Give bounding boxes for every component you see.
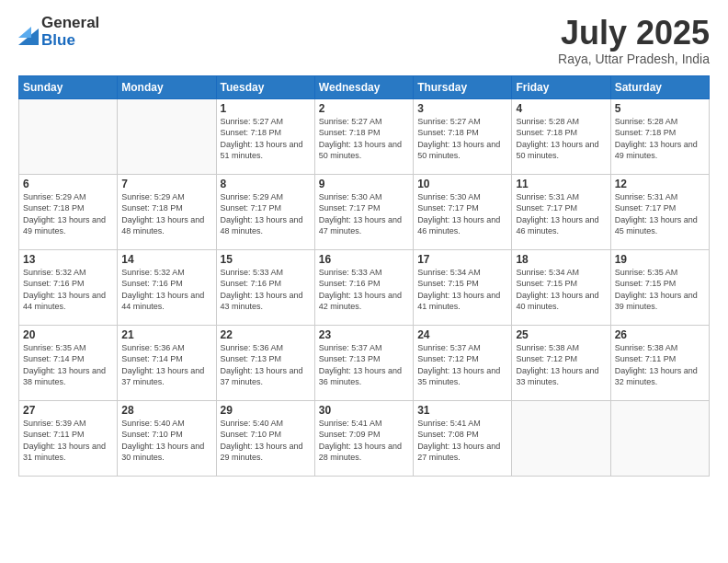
month-title: July 2025 (558, 15, 710, 52)
calendar-week-2: 6Sunrise: 5:29 AM Sunset: 7:18 PM Daylig… (19, 174, 710, 249)
calendar-week-1: 1Sunrise: 5:27 AM Sunset: 7:18 PM Daylig… (19, 98, 710, 174)
calendar-table: Sunday Monday Tuesday Wednesday Thursday… (18, 75, 710, 477)
header-thursday: Thursday (414, 75, 512, 98)
calendar-cell: 6Sunrise: 5:29 AM Sunset: 7:18 PM Daylig… (19, 174, 118, 249)
day-info: Sunrise: 5:40 AM Sunset: 7:10 PM Dayligh… (221, 418, 311, 464)
day-info: Sunrise: 5:31 AM Sunset: 7:17 PM Dayligh… (615, 191, 705, 237)
calendar-cell: 20Sunrise: 5:35 AM Sunset: 7:14 PM Dayli… (19, 325, 118, 400)
day-info: Sunrise: 5:27 AM Sunset: 7:18 PM Dayligh… (417, 116, 507, 162)
day-info: Sunrise: 5:39 AM Sunset: 7:11 PM Dayligh… (23, 418, 113, 464)
calendar-week-3: 13Sunrise: 5:32 AM Sunset: 7:16 PM Dayli… (19, 249, 710, 325)
header-sunday: Sunday (19, 75, 118, 98)
day-number: 15 (221, 253, 311, 266)
calendar-week-5: 27Sunrise: 5:39 AM Sunset: 7:11 PM Dayli… (19, 400, 710, 476)
calendar-cell: 27Sunrise: 5:39 AM Sunset: 7:11 PM Dayli… (19, 400, 118, 476)
day-number: 6 (23, 178, 113, 190)
day-number: 29 (221, 404, 311, 417)
day-number: 9 (319, 178, 409, 190)
day-info: Sunrise: 5:30 AM Sunset: 7:17 PM Dayligh… (319, 191, 409, 237)
location-subtitle: Raya, Uttar Pradesh, India (558, 52, 710, 66)
day-number: 13 (23, 253, 113, 266)
day-info: Sunrise: 5:31 AM Sunset: 7:17 PM Dayligh… (516, 191, 606, 237)
header-row: Sunday Monday Tuesday Wednesday Thursday… (19, 75, 710, 98)
day-number: 24 (417, 328, 507, 341)
day-number: 19 (615, 253, 705, 266)
day-info: Sunrise: 5:33 AM Sunset: 7:16 PM Dayligh… (319, 267, 409, 313)
day-info: Sunrise: 5:32 AM Sunset: 7:16 PM Dayligh… (23, 267, 113, 313)
day-number: 12 (615, 178, 705, 190)
logo-icon (18, 19, 39, 45)
logo-blue: Blue (41, 32, 99, 50)
logo-general: General (41, 15, 99, 32)
calendar-cell: 22Sunrise: 5:36 AM Sunset: 7:13 PM Dayli… (216, 325, 314, 400)
calendar-cell: 1Sunrise: 5:27 AM Sunset: 7:18 PM Daylig… (216, 98, 314, 174)
day-number: 28 (121, 404, 211, 417)
logo: General Blue (18, 15, 99, 49)
calendar-cell: 30Sunrise: 5:41 AM Sunset: 7:09 PM Dayli… (314, 400, 413, 476)
svg-marker-1 (18, 27, 31, 38)
day-info: Sunrise: 5:28 AM Sunset: 7:18 PM Dayligh… (615, 116, 705, 162)
calendar-cell: 29Sunrise: 5:40 AM Sunset: 7:10 PM Dayli… (216, 400, 314, 476)
calendar-cell: 18Sunrise: 5:34 AM Sunset: 7:15 PM Dayli… (512, 249, 610, 325)
day-number: 3 (417, 102, 507, 115)
day-number: 17 (417, 253, 507, 266)
day-info: Sunrise: 5:34 AM Sunset: 7:15 PM Dayligh… (516, 267, 606, 313)
calendar-cell: 13Sunrise: 5:32 AM Sunset: 7:16 PM Dayli… (19, 249, 118, 325)
calendar-cell: 16Sunrise: 5:33 AM Sunset: 7:16 PM Dayli… (314, 249, 413, 325)
day-number: 8 (221, 178, 311, 190)
day-info: Sunrise: 5:37 AM Sunset: 7:12 PM Dayligh… (417, 342, 507, 388)
calendar-cell: 5Sunrise: 5:28 AM Sunset: 7:18 PM Daylig… (610, 98, 709, 174)
calendar-cell: 10Sunrise: 5:30 AM Sunset: 7:17 PM Dayli… (414, 174, 512, 249)
day-number: 11 (516, 178, 606, 190)
day-info: Sunrise: 5:35 AM Sunset: 7:15 PM Dayligh… (615, 267, 705, 313)
calendar-page: General Blue July 2025 Raya, Uttar Prade… (0, 0, 728, 563)
day-info: Sunrise: 5:29 AM Sunset: 7:17 PM Dayligh… (221, 191, 311, 237)
calendar-cell: 21Sunrise: 5:36 AM Sunset: 7:14 PM Dayli… (118, 325, 216, 400)
calendar-cell: 12Sunrise: 5:31 AM Sunset: 7:17 PM Dayli… (610, 174, 709, 249)
day-number: 5 (615, 102, 705, 115)
day-number: 2 (319, 102, 409, 115)
day-number: 21 (121, 328, 211, 341)
day-info: Sunrise: 5:34 AM Sunset: 7:15 PM Dayligh… (417, 267, 507, 313)
header-wednesday: Wednesday (314, 75, 413, 98)
day-info: Sunrise: 5:28 AM Sunset: 7:18 PM Dayligh… (516, 116, 606, 162)
calendar-cell: 11Sunrise: 5:31 AM Sunset: 7:17 PM Dayli… (512, 174, 610, 249)
calendar-cell: 24Sunrise: 5:37 AM Sunset: 7:12 PM Dayli… (414, 325, 512, 400)
day-info: Sunrise: 5:41 AM Sunset: 7:08 PM Dayligh… (417, 418, 507, 464)
day-number: 27 (23, 404, 113, 417)
calendar-cell: 14Sunrise: 5:32 AM Sunset: 7:16 PM Dayli… (118, 249, 216, 325)
day-number: 25 (516, 328, 606, 341)
calendar-cell (512, 400, 610, 476)
day-info: Sunrise: 5:38 AM Sunset: 7:12 PM Dayligh… (516, 342, 606, 388)
day-info: Sunrise: 5:33 AM Sunset: 7:16 PM Dayligh… (221, 267, 311, 313)
calendar-cell (610, 400, 709, 476)
day-info: Sunrise: 5:38 AM Sunset: 7:11 PM Dayligh… (615, 342, 705, 388)
day-info: Sunrise: 5:36 AM Sunset: 7:14 PM Dayligh… (121, 342, 211, 388)
calendar-cell: 15Sunrise: 5:33 AM Sunset: 7:16 PM Dayli… (216, 249, 314, 325)
day-number: 16 (319, 253, 409, 266)
logo-text: General Blue (41, 15, 99, 49)
header: General Blue July 2025 Raya, Uttar Prade… (18, 15, 710, 66)
day-number: 30 (319, 404, 409, 417)
day-number: 4 (516, 102, 606, 115)
day-info: Sunrise: 5:30 AM Sunset: 7:17 PM Dayligh… (417, 191, 507, 237)
day-number: 10 (417, 178, 507, 190)
day-number: 26 (615, 328, 705, 341)
calendar-week-4: 20Sunrise: 5:35 AM Sunset: 7:14 PM Dayli… (19, 325, 710, 400)
calendar-cell: 8Sunrise: 5:29 AM Sunset: 7:17 PM Daylig… (216, 174, 314, 249)
day-info: Sunrise: 5:37 AM Sunset: 7:13 PM Dayligh… (319, 342, 409, 388)
calendar-cell: 26Sunrise: 5:38 AM Sunset: 7:11 PM Dayli… (610, 325, 709, 400)
calendar-cell: 25Sunrise: 5:38 AM Sunset: 7:12 PM Dayli… (512, 325, 610, 400)
calendar-cell: 28Sunrise: 5:40 AM Sunset: 7:10 PM Dayli… (118, 400, 216, 476)
calendar-cell (19, 98, 118, 174)
calendar-cell: 23Sunrise: 5:37 AM Sunset: 7:13 PM Dayli… (314, 325, 413, 400)
calendar-cell: 2Sunrise: 5:27 AM Sunset: 7:18 PM Daylig… (314, 98, 413, 174)
calendar-cell: 17Sunrise: 5:34 AM Sunset: 7:15 PM Dayli… (414, 249, 512, 325)
day-number: 18 (516, 253, 606, 266)
header-saturday: Saturday (610, 75, 709, 98)
day-info: Sunrise: 5:36 AM Sunset: 7:13 PM Dayligh… (221, 342, 311, 388)
calendar-cell (118, 98, 216, 174)
calendar-body: 1Sunrise: 5:27 AM Sunset: 7:18 PM Daylig… (19, 98, 710, 476)
header-tuesday: Tuesday (216, 75, 314, 98)
day-number: 31 (417, 404, 507, 417)
